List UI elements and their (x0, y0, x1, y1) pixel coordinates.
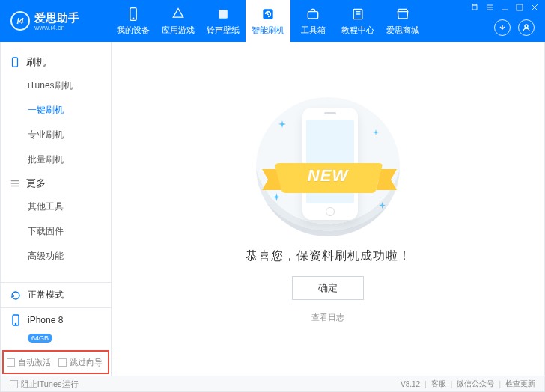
nav-flash[interactable]: 智能刷机 (246, 0, 290, 42)
check-update-link[interactable]: 检查更新 (505, 379, 535, 389)
toolbox-icon (305, 7, 320, 23)
window-controls (470, 3, 539, 12)
device-name: iPhone 8 (28, 315, 63, 325)
svg-point-16 (525, 25, 528, 28)
nav-apps[interactable]: 应用游戏 (156, 0, 201, 42)
sidebar-group-flash[interactable]: 刷机 (1, 51, 111, 73)
app-logo: i4 爱思助手 www.i4.cn (0, 11, 111, 31)
confirm-button[interactable]: 确定 (292, 276, 364, 300)
sidebar-item-itunes-flash[interactable]: iTunes刷机 (1, 73, 111, 98)
mode-label: 正常模式 (28, 289, 64, 301)
logo-icon: i4 (10, 11, 30, 31)
svg-rect-17 (13, 58, 18, 67)
success-message: 恭喜您，保资料刷机成功啦！ (246, 248, 411, 264)
title-bar: i4 爱思助手 www.i4.cn 我的设备 应用游戏 铃声壁纸 智能刷机 工具… (0, 0, 545, 42)
svg-point-1 (133, 18, 133, 19)
nav-label: 工具箱 (301, 25, 326, 36)
book-icon (350, 7, 365, 23)
sidebar-options-highlighted: 自动激活 跳过向导 (1, 349, 111, 376)
nav-ringtones[interactable]: 铃声壁纸 (201, 0, 246, 42)
success-illustration: NEW (250, 94, 406, 236)
auto-activate-checkbox[interactable]: 自动激活 (7, 357, 51, 368)
view-log-link[interactable]: 查看日志 (311, 312, 344, 323)
shop-icon (395, 7, 410, 23)
flash-icon (261, 7, 275, 23)
phone-icon (126, 7, 141, 23)
sidebar-item-advanced[interactable]: 高级功能 (1, 244, 111, 269)
nav-mall[interactable]: 爱思商城 (380, 0, 425, 42)
block-itunes-checkbox[interactable]: 阻止iTunes运行 (10, 379, 79, 390)
status-bar: 阻止iTunes运行 V8.12 | 客服 | 微信公众号 | 检查更新 (0, 376, 545, 392)
version-label: V8.12 (401, 380, 420, 388)
app-url: www.i4.cn (34, 24, 79, 31)
skip-guide-checkbox[interactable]: 跳过向导 (58, 357, 103, 368)
sidebar-group-more[interactable]: 更多 (1, 172, 111, 195)
wechat-link[interactable]: 微信公众号 (457, 379, 494, 389)
nav-label: 应用游戏 (162, 25, 195, 36)
ribbon-text: NEW (250, 166, 406, 186)
sidebar: 刷机 iTunes刷机 一键刷机 专业刷机 批量刷机 更多 其他工具 下载固件 … (1, 42, 112, 376)
sidebar-item-pro-flash[interactable]: 专业刷机 (1, 123, 111, 147)
support-link[interactable]: 客服 (431, 379, 446, 389)
header-actions (494, 19, 535, 36)
sidebar-item-batch-flash[interactable]: 批量刷机 (1, 147, 111, 172)
nav-label: 我的设备 (117, 25, 150, 36)
sparkle-icon (278, 120, 286, 127)
nav-tutorials[interactable]: 教程中心 (335, 0, 380, 42)
skin-icon[interactable] (470, 3, 479, 12)
sidebar-item-other-tools[interactable]: 其他工具 (1, 195, 111, 219)
content-pane: NEW 恭喜您，保资料刷机成功啦！ 确定 查看日志 (112, 42, 544, 376)
sidebar-device[interactable]: iPhone 8 64GB (1, 307, 111, 349)
sidebar-item-one-click-flash[interactable]: 一键刷机 (1, 98, 111, 123)
apps-icon (171, 7, 186, 23)
user-button[interactable] (518, 19, 535, 36)
svg-rect-13 (517, 4, 523, 10)
storage-badge: 64GB (28, 334, 52, 343)
sidebar-mode[interactable]: 正常模式 (1, 282, 111, 307)
sparkle-icon (373, 127, 379, 133)
phone-outline-icon (10, 57, 20, 67)
group-title: 更多 (26, 177, 46, 190)
menu-icon[interactable] (485, 3, 494, 12)
minimize-icon[interactable] (500, 3, 509, 12)
nav-my-device[interactable]: 我的设备 (111, 0, 156, 42)
sidebar-item-download-firmware[interactable]: 下载固件 (1, 219, 111, 244)
nav-label: 教程中心 (341, 25, 374, 36)
top-nav: 我的设备 应用游戏 铃声壁纸 智能刷机 工具箱 教程中心 爱思商城 (111, 0, 425, 42)
maximize-icon[interactable] (515, 3, 524, 12)
svg-rect-5 (308, 11, 317, 18)
svg-point-22 (15, 323, 16, 324)
nav-toolbox[interactable]: 工具箱 (290, 0, 335, 42)
svg-rect-3 (221, 11, 226, 16)
group-title: 刷机 (26, 55, 46, 69)
sparkle-icon (379, 200, 386, 207)
wallpaper-icon (216, 7, 231, 23)
nav-label: 铃声壁纸 (207, 25, 240, 36)
sparkle-icon (272, 193, 281, 201)
download-button[interactable] (494, 19, 511, 36)
main-area: 刷机 iTunes刷机 一键刷机 专业刷机 批量刷机 更多 其他工具 下载固件 … (0, 42, 545, 376)
hamburger-icon (10, 178, 20, 189)
close-icon[interactable] (530, 3, 539, 12)
refresh-icon (10, 290, 22, 301)
device-icon (10, 314, 22, 326)
nav-label: 智能刷机 (252, 25, 284, 36)
nav-label: 爱思商城 (386, 25, 419, 36)
